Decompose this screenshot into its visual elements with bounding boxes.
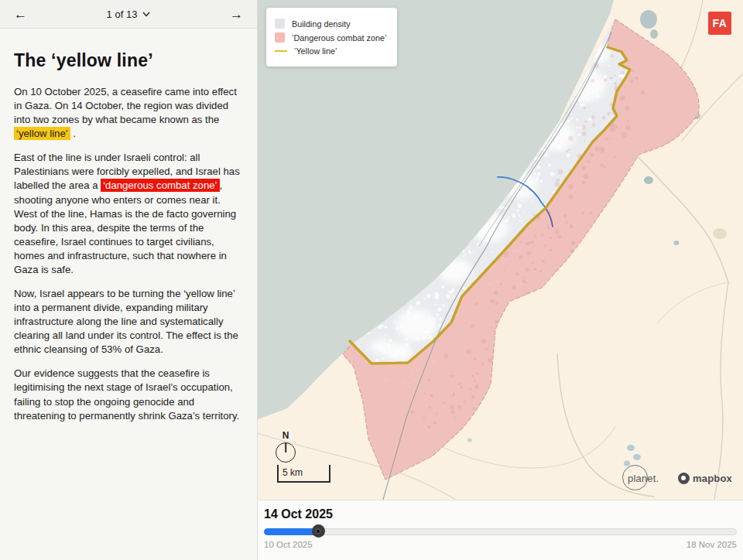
zone-mottle [625, 125, 631, 131]
zone-mottle [519, 255, 523, 259]
zone-mottle [550, 248, 553, 251]
building-speckles [463, 251, 465, 254]
zone-mottle [601, 164, 602, 166]
zone-mottle [458, 382, 461, 385]
planet-label: planet. [628, 473, 659, 484]
zone-mottle [590, 212, 592, 214]
mapbox-logo[interactable]: mapbox [678, 473, 732, 484]
map-attribution: planet. mapbox [622, 465, 732, 491]
zone-mottle [494, 290, 498, 295]
zone-mottle [475, 302, 478, 305]
page-title: The ‘yellow line’ [14, 50, 243, 71]
zone-mottle [571, 241, 576, 245]
prev-slide-button[interactable]: ← [11, 6, 30, 22]
pond [674, 241, 680, 245]
building-speckles [586, 109, 587, 111]
zone-mottle [584, 140, 586, 142]
planet-logo[interactable]: planet. [622, 465, 667, 491]
compass-dial-icon [276, 442, 296, 463]
zone-mottle [491, 326, 492, 328]
zone-mottle [436, 413, 438, 415]
slide-page-dropdown[interactable]: 1 of 13 [107, 9, 151, 20]
legend-label: ‘Dangerous combat zone’ [292, 33, 386, 43]
zone-mottle [526, 242, 529, 245]
zone-mottle [582, 166, 587, 170]
building-speckles [382, 359, 383, 360]
zone-mottle [486, 348, 488, 350]
zone-mottle [455, 417, 457, 418]
slide-content: The ‘yellow line’ On 10 October 2025, a … [0, 29, 257, 423]
mapbox-icon [678, 473, 690, 484]
building-speckles [438, 324, 441, 327]
zone-mottle [624, 87, 626, 89]
building-speckles [441, 285, 444, 289]
building-speckles [576, 119, 578, 121]
legend-label: ‘Yellow line’ [294, 46, 337, 56]
zone-mottle [495, 320, 498, 323]
pond [644, 176, 653, 184]
zone-mottle [592, 123, 596, 127]
building-speckles [519, 215, 520, 217]
zone-mottle [430, 394, 433, 397]
zone-mottle [627, 120, 629, 122]
zone-mottle [473, 357, 476, 360]
zone-mottle [625, 106, 630, 111]
zone-mottle [635, 77, 639, 80]
compass: N [275, 430, 296, 463]
current-date-label: 14 Oct 2025 [264, 507, 333, 521]
timeline-slider-knob[interactable] [312, 524, 325, 538]
zone-mottle [444, 354, 449, 359]
building-speckles [577, 126, 579, 128]
zone-mottle [555, 182, 560, 186]
building-speckles [539, 179, 543, 183]
zone-mottle [530, 241, 533, 244]
zone-mottle [581, 212, 584, 215]
zone-mottle [464, 401, 465, 402]
zone-mottle [512, 285, 516, 290]
building-speckles [375, 359, 379, 363]
building-speckles [451, 289, 454, 292]
zone-mottle [615, 82, 618, 85]
timeline-slider-track[interactable] [264, 528, 737, 535]
zone-mottle [544, 244, 546, 247]
slide-text: On 10 October 2025, a ceasefire came int… [14, 85, 243, 423]
building-speckles [464, 254, 466, 255]
text-segment: On 10 October 2025, a ceasefire came int… [14, 86, 237, 125]
zone-mottle [450, 410, 454, 414]
building-speckles [609, 81, 611, 83]
map-canvas[interactable] [258, 0, 743, 500]
fa-logo[interactable]: FA [708, 12, 731, 35]
building-speckles [567, 120, 570, 122]
zone-mottle [584, 121, 587, 123]
zone-mottle [534, 268, 536, 271]
building-speckles [385, 334, 386, 336]
zone-mottle [610, 54, 614, 58]
timeline-start-date: 10 Oct 2025 [264, 540, 313, 549]
zone-mottle [568, 136, 574, 142]
zone-mottle [410, 410, 414, 414]
zone-mottle [630, 86, 632, 87]
zone-mottle [582, 131, 587, 136]
zone-mottle [488, 308, 489, 309]
building-speckles [447, 294, 450, 298]
slide-nav-bar: ← 1 of 13 → [0, 0, 257, 29]
scale-bar: 5 km [277, 465, 330, 483]
building-speckles [491, 247, 493, 248]
compass-north-label: N [275, 430, 296, 441]
next-slide-button[interactable]: → [227, 6, 246, 22]
zone-mottle [610, 104, 613, 107]
zone-mottle [565, 221, 568, 224]
zone-mottle [546, 224, 548, 225]
zone-mottle [443, 401, 445, 404]
zone-mottle [520, 241, 522, 243]
scale-label: 5 km [279, 465, 329, 478]
timeline-end-date: 18 Nov 2025 [687, 540, 737, 549]
zone-mottle [558, 169, 563, 175]
sidebar: ← 1 of 13 → The ‘yellow line’ On 10 Octo… [0, 0, 258, 560]
legend-item: Building density [275, 19, 386, 29]
building-speckles [423, 298, 425, 299]
building-speckles [367, 349, 368, 350]
pond [650, 29, 658, 39]
zone-mottle [450, 405, 454, 408]
building-speckles [518, 204, 522, 208]
